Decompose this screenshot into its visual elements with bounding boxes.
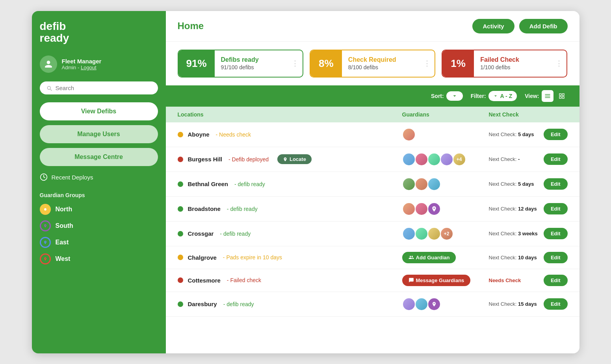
svg-point-1 bbox=[44, 208, 46, 211]
search-icon bbox=[46, 85, 52, 91]
location-name: Aboyne bbox=[188, 131, 210, 138]
stat-info-yellow: Check Required 8/100 defibs bbox=[342, 52, 420, 75]
location-name: Chalgrove bbox=[188, 254, 217, 261]
edit-button[interactable]: Edit bbox=[544, 178, 568, 190]
guardians-cell bbox=[402, 297, 489, 311]
logo: defib ready bbox=[40, 20, 158, 45]
table-row: Cottesmore - Failed check Message Guardi… bbox=[166, 269, 579, 292]
stat-pct-red: 1% bbox=[442, 50, 474, 77]
edit-button[interactable]: Edit bbox=[544, 252, 568, 263]
edit-button[interactable]: Edit bbox=[544, 153, 568, 165]
search-input[interactable] bbox=[56, 85, 152, 91]
location-name: Burgess Hill bbox=[188, 156, 223, 163]
location-cell-bethnal: Bethnal Green - defib ready bbox=[178, 181, 402, 187]
needs-check-label: Needs Check bbox=[489, 277, 521, 283]
location-status: - Defib deployed bbox=[228, 156, 269, 163]
edit-button[interactable]: Edit bbox=[544, 203, 568, 214]
nextcheck-cell: Next Check: 15 days Edit bbox=[489, 298, 568, 310]
col-guardians: Guardians bbox=[402, 111, 489, 118]
guardian-icon bbox=[431, 301, 437, 307]
nextcheck-cell: Next Check: - Edit bbox=[489, 153, 568, 165]
location-status: - defib ready bbox=[227, 206, 258, 212]
location-name: Cottesmore bbox=[188, 277, 221, 284]
guardian-groups-label: Guardian Groups bbox=[40, 192, 158, 198]
avatar bbox=[415, 202, 428, 216]
search-box[interactable] bbox=[40, 81, 158, 94]
avatar bbox=[402, 153, 416, 166]
stat-label-green: Defibs ready bbox=[221, 56, 281, 63]
stat-dots-red[interactable]: ⋮ bbox=[552, 59, 566, 68]
status-dot-yellow bbox=[178, 255, 183, 260]
view-defibs-button[interactable]: View Defibs bbox=[40, 102, 158, 120]
sort-button[interactable] bbox=[446, 91, 463, 101]
stat-info-green: Defibs ready 91/100 defibs bbox=[215, 52, 288, 75]
north-dot bbox=[40, 204, 51, 215]
table-area: Sort: Filter: A - Z View: bbox=[166, 85, 579, 353]
guardians-cell bbox=[402, 128, 489, 141]
add-guardian-button[interactable]: Add Guardian bbox=[402, 252, 456, 263]
stat-dots-yellow[interactable]: ⋮ bbox=[420, 59, 435, 68]
stat-label-red: Failed Check bbox=[480, 56, 545, 63]
logout-link[interactable]: Logout bbox=[81, 65, 97, 70]
group-south-label: South bbox=[56, 222, 73, 229]
location-name: Broadstone bbox=[188, 205, 221, 212]
avatar bbox=[40, 55, 57, 73]
avatar bbox=[440, 153, 453, 166]
filter-label: Filter: bbox=[471, 93, 486, 99]
grid-view-icon[interactable] bbox=[556, 90, 568, 102]
stat-pct-green: 91% bbox=[178, 50, 215, 77]
avatar bbox=[402, 297, 416, 311]
next-check-text: Next Check: 5 days bbox=[489, 131, 534, 137]
avatar bbox=[427, 177, 441, 191]
activity-button[interactable]: Activity bbox=[472, 19, 514, 33]
group-north-label: North bbox=[56, 206, 72, 213]
message-centre-button[interactable]: Message Centre bbox=[40, 148, 158, 166]
stat-dots-green[interactable]: ⋮ bbox=[288, 59, 303, 68]
view-control: View: bbox=[525, 90, 567, 102]
group-west[interactable]: West bbox=[40, 253, 158, 264]
filter-control: Filter: A - Z bbox=[471, 91, 517, 101]
status-dot-green bbox=[178, 181, 183, 187]
status-dot-red bbox=[178, 277, 183, 283]
message-guardians-button[interactable]: Message Guardians bbox=[402, 275, 471, 286]
status-dot-green bbox=[178, 231, 183, 237]
next-check-text: Next Check: 10 days bbox=[489, 255, 537, 261]
table-controls: Sort: Filter: A - Z View: bbox=[166, 85, 579, 107]
location-status: - defib ready bbox=[223, 301, 254, 307]
status-dot-red bbox=[178, 157, 183, 162]
group-north[interactable]: North bbox=[40, 204, 158, 215]
stat-defibs-ready: 91% Defibs ready 91/100 defibs ⋮ bbox=[178, 50, 303, 78]
edit-button[interactable]: Edit bbox=[544, 298, 568, 310]
manage-users-button[interactable]: Manage Users bbox=[40, 125, 158, 143]
stat-sub-yellow: 8/100 defibs bbox=[348, 64, 413, 70]
list-view-icon[interactable] bbox=[542, 90, 553, 102]
group-south[interactable]: South bbox=[40, 220, 158, 231]
nextcheck-cell: Next Check: 3 weeks Edit bbox=[489, 228, 568, 239]
stat-check-required: 8% Check Required 8/100 defibs ⋮ bbox=[310, 50, 435, 78]
nextcheck-cell: Needs Check Edit bbox=[489, 275, 568, 286]
location-cell-chalgrove: Chalgrove - Pads expire in 10 days bbox=[178, 254, 402, 261]
location-status: - defib ready bbox=[220, 231, 251, 237]
add-defib-button[interactable]: Add Defib bbox=[519, 19, 568, 33]
location-status: - defib ready bbox=[234, 181, 265, 187]
edit-button[interactable]: Edit bbox=[544, 129, 568, 140]
status-dot-yellow bbox=[178, 132, 183, 137]
edit-button[interactable]: Edit bbox=[544, 228, 568, 239]
nextcheck-cell: Next Check: 10 days Edit bbox=[489, 252, 568, 263]
table-body: Aboyne - Needs check Next Check: 5 days … bbox=[166, 122, 579, 353]
group-east[interactable]: East bbox=[40, 237, 158, 248]
locate-button[interactable]: Locate bbox=[277, 154, 312, 164]
edit-button[interactable]: Edit bbox=[544, 275, 568, 286]
sidebar: defib ready Fleet Manager Admin - Logout… bbox=[32, 11, 166, 353]
group-west-label: West bbox=[56, 255, 71, 262]
location-cell-crossgar: Crossgar - defib ready bbox=[178, 230, 402, 237]
col-locations: Locations bbox=[178, 111, 402, 118]
filter-pill[interactable]: A - Z bbox=[488, 91, 517, 101]
filter-chevron-icon bbox=[493, 94, 498, 98]
stat-label-yellow: Check Required bbox=[348, 56, 413, 63]
stat-sub-red: 1/100 defibs bbox=[480, 64, 545, 70]
guardian-icon bbox=[431, 206, 437, 212]
recent-deploys-item[interactable]: Recent Deploys bbox=[40, 171, 158, 183]
avatar bbox=[415, 297, 428, 311]
guardians-cell bbox=[402, 177, 489, 191]
